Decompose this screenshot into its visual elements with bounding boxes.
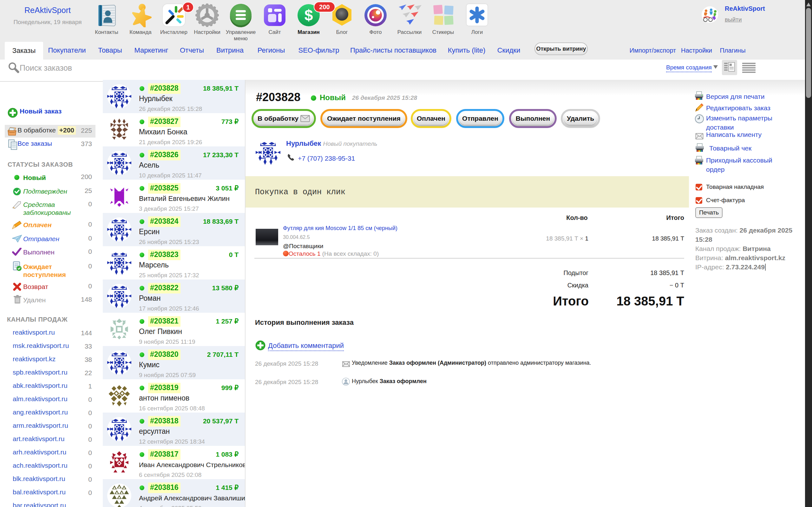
svg-text:$: $	[305, 7, 313, 23]
